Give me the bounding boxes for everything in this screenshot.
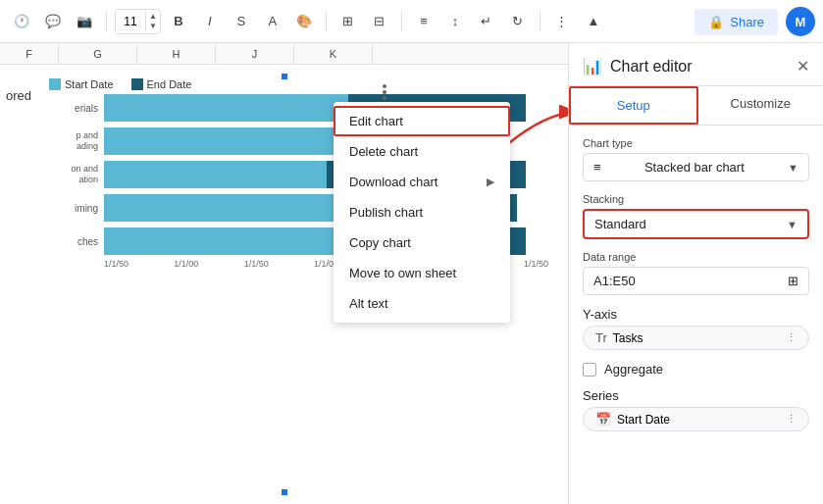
history-icon[interactable]: 🕐 [8,8,35,35]
font-size-control[interactable]: 11 ▲ ▼ [115,9,161,34]
stacking-label: Stacking [583,193,809,205]
panel-title: 📊 Chart editor [583,57,693,76]
menu-move-chart[interactable]: Move to own sheet [334,258,510,288]
panel-close-button[interactable]: ✕ [797,57,809,76]
resize-handle-bottom[interactable] [281,488,288,496]
bold-button[interactable]: B [165,8,192,35]
aggregate-row: Aggregate [583,362,809,377]
aggregate-checkbox[interactable] [583,363,596,377]
avatar[interactable]: M [786,7,815,36]
menu-edit-chart[interactable]: Edit chart [334,106,510,136]
legend-end-label: End Date [147,78,192,90]
bar-label-4: ches [49,236,98,247]
lock-icon: 🔒 [708,15,724,29]
handle-dot-1 [383,84,386,88]
col-g: G [59,43,137,64]
data-range-input[interactable]: A1:E50 ⊞ [583,267,809,295]
resize-handle-top[interactable] [281,73,288,80]
series-chip-more-icon[interactable]: ⋮ [786,413,797,426]
menu-download-chart[interactable]: Download chart ▶ [334,167,510,197]
menu-publish-chart[interactable]: Publish chart [334,197,510,227]
borders-button[interactable]: ⊞ [334,8,362,35]
chart-legend: Start Date End Date [10,78,568,90]
font-size-down[interactable]: ▼ [146,22,160,31]
column-headers: F G H J K [0,43,568,65]
stacking-arrow-icon: ▼ [787,219,797,230]
bar-label-2: on andation [49,164,98,185]
text-icon: Tr [595,330,607,345]
chart-editor-panel: 📊 Chart editor ✕ Setup Customize Chart t… [568,43,823,504]
legend-end-date: End Date [131,78,192,90]
more-options-icon[interactable]: ⋮ [548,8,576,35]
col-k: K [294,43,373,64]
series-section: Series 📅 Start Date ⋮ [583,388,809,431]
text-rotate-button[interactable]: ↻ [504,8,532,35]
aggregate-label: Aggregate [604,362,663,377]
menu-copy-chart[interactable]: Copy chart [334,227,510,258]
menu-download-chart-label: Download chart [349,175,437,189]
menu-delete-chart-label: Delete chart [349,144,418,159]
stacking-section: Stacking Standard ▼ [583,193,809,239]
chart-type-value: Stacked bar chart [644,160,745,175]
camera-icon[interactable]: 📷 [71,8,98,35]
tab-customize[interactable]: Customize [698,86,824,125]
comment-icon[interactable]: 💬 [39,8,67,35]
y-axis-chip[interactable]: Tr Tasks ⋮ [583,326,809,350]
wrap-button[interactable]: ↵ [473,8,500,35]
bar-label-0: erials [49,103,98,114]
bar-3-seg1 [104,194,362,222]
merge-button[interactable]: ⊟ [366,8,393,35]
font-size-up[interactable]: ▲ [146,12,160,22]
panel-tabs: Setup Customize [569,86,823,126]
legend-start-label: Start Date [65,78,114,90]
chart-type-arrow-icon: ▼ [788,162,798,174]
data-range-section: Data range A1:E50 ⊞ [583,251,809,295]
data-range-value: A1:E50 [593,274,636,288]
strikethrough-button[interactable]: S [228,8,255,35]
download-arrow-icon: ▶ [487,176,494,188]
bar-2-seg1 [104,161,327,188]
align-button[interactable]: ≡ [410,8,437,35]
menu-publish-chart-label: Publish chart [349,205,423,220]
italic-button[interactable]: I [196,8,224,35]
menu-edit-chart-label: Edit chart [349,114,403,128]
panel-body: Chart type ≡ Stacked bar chart ▼ Stackin… [569,126,823,443]
fill-color-button[interactable]: 🎨 [290,8,318,35]
stacking-select[interactable]: Standard ▼ [583,209,809,239]
series-chip-label: Start Date [617,413,670,427]
x-tick-6: 1/1/50 [524,259,548,269]
table-icon: ⊞ [788,274,798,288]
data-range-label: Data range [583,251,809,263]
chart-type-select[interactable]: ≡ Stacked bar chart ▼ [583,153,809,181]
bar-1-seg1 [104,127,371,155]
chart-handle[interactable] [383,84,386,100]
font-size-input[interactable]: 11 [116,15,145,28]
handle-dot-3 [383,96,386,100]
legend-end-color [131,78,143,90]
menu-copy-chart-label: Copy chart [349,235,411,250]
menu-delete-chart[interactable]: Delete chart [334,136,510,167]
legend-start-date: Start Date [49,78,114,90]
calendar-icon: 📅 [595,412,611,427]
y-axis-section: Y-axis Tr Tasks ⋮ [583,307,809,350]
bar-label-3: iming [49,203,98,214]
bar-0-seg1 [104,94,348,122]
col-h: H [137,43,216,64]
collapse-icon[interactable]: ▲ [580,8,607,35]
sheet-area: F G H J K ored Start Date End Date [0,43,568,504]
stacking-value: Standard [594,217,646,231]
share-button[interactable]: 🔒 Share [694,9,778,35]
valign-button[interactable]: ↕ [441,8,469,35]
chart-type-label: Chart type [583,137,809,149]
chart-type-section: Chart type ≡ Stacked bar chart ▼ [583,137,809,181]
font-color-button[interactable]: A [259,8,286,35]
x-tick-2: 1/1/50 [244,259,269,269]
legend-start-color [49,78,61,90]
main-content: F G H J K ored Start Date End Date [0,43,823,504]
menu-alt-text[interactable]: Alt text [334,288,510,319]
tab-setup[interactable]: Setup [569,86,698,125]
chip-more-icon[interactable]: ⋮ [786,331,797,344]
y-axis-chip-label: Tasks [613,331,643,345]
series-chip[interactable]: 📅 Start Date ⋮ [583,407,809,431]
series-label: Series [583,388,809,403]
